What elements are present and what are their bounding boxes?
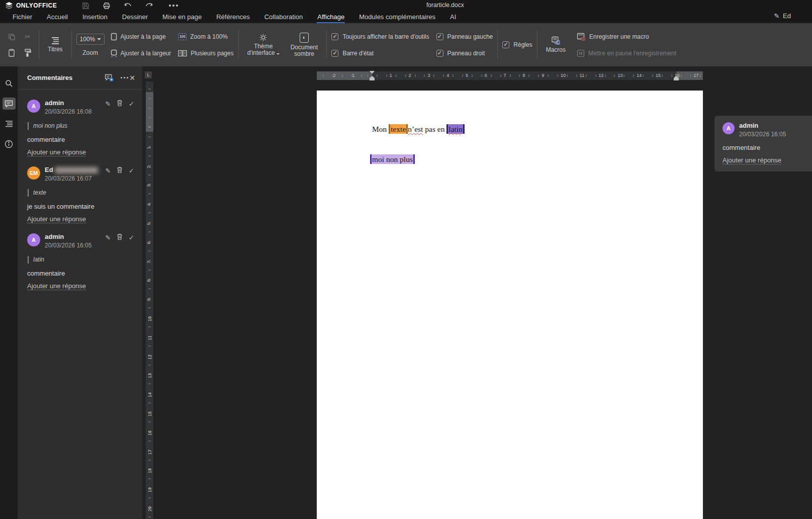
format-painter-icon[interactable]: [21, 46, 34, 59]
ruler-number: 11: [580, 73, 584, 78]
comments-panel-title: Commentaires: [27, 74, 105, 81]
fit-page-icon: [111, 33, 117, 41]
more-actions-icon[interactable]: [165, 2, 174, 10]
checkbox-icon: [331, 33, 338, 40]
document-page[interactable]: Mon texten’est pas en latin moi non plus: [317, 91, 703, 519]
tab-stop-selector[interactable]: L: [145, 71, 152, 78]
paste-icon[interactable]: [5, 46, 18, 59]
comment-item: A admin 20/03/2026 16:05 ✎ ✓: [18, 223, 142, 290]
redo-icon[interactable]: [144, 2, 153, 10]
tab-collaboration[interactable]: Collaboration: [264, 12, 304, 23]
checkbox-rulers[interactable]: Règles: [502, 39, 532, 51]
comment-quote: latin: [28, 256, 134, 264]
comment-author: Ed: [45, 166, 53, 174]
checkbox-icon: [436, 33, 443, 40]
ruler-number: 16: [147, 430, 152, 436]
copy-icon[interactable]: [5, 30, 18, 43]
ruler-number: 7: [504, 73, 506, 78]
tab-affichage[interactable]: Affichage: [317, 12, 345, 23]
fit-to-width-button[interactable]: Ajuster à la largeur: [111, 47, 171, 59]
tab-dessiner[interactable]: Dessiner: [122, 12, 148, 23]
dark-document-icon: ◐: [300, 33, 309, 43]
close-panel-icon[interactable]: ✕: [129, 74, 135, 82]
ruler-number: 15: [656, 73, 661, 78]
fit-to-page-button[interactable]: Ajuster à la page: [111, 31, 171, 43]
ruler-number: 1: [146, 146, 151, 149]
app-window: ONLYOFFICE: [0, 0, 812, 519]
right-indent-marker[interactable]: [674, 76, 679, 80]
interface-theme-button[interactable]: Thème d'interface: [243, 31, 284, 58]
chevron-down-icon: [97, 38, 101, 40]
cut-icon[interactable]: ✂: [21, 30, 34, 43]
checkbox-icon: [502, 41, 509, 48]
navigation-headings-icon[interactable]: [3, 118, 16, 130]
delete-comment-icon[interactable]: [117, 100, 123, 108]
edit-comment-icon[interactable]: ✎: [105, 234, 111, 241]
checkbox-always-show-toolbar[interactable]: Toujours afficher la barre d'outils: [331, 31, 429, 43]
about-info-icon[interactable]: [3, 138, 16, 150]
tab-ai[interactable]: AI: [449, 12, 457, 23]
ruler-number: 15: [147, 411, 152, 416]
macros-label: Macros: [546, 47, 566, 53]
checkbox-right-panel[interactable]: Panneau droit: [436, 47, 493, 59]
ruler-number: 18: [147, 468, 152, 473]
dark-document-button[interactable]: ◐ Document sombre: [287, 31, 322, 59]
macros-icon: [551, 36, 561, 45]
vertical-ruler[interactable]: 1234567891011121314151617181920: [146, 81, 153, 519]
theme-label-line2: d'interface: [247, 49, 275, 56]
fit-page-label: Ajuster à la page: [121, 33, 166, 40]
save-icon[interactable]: [81, 2, 90, 10]
popup-date: 20/03/2026 16:05: [739, 131, 786, 138]
comment-quote: moi non plus: [28, 122, 134, 130]
delete-comment-icon[interactable]: [117, 166, 123, 175]
add-reply-link[interactable]: Ajouter une réponse: [27, 215, 86, 223]
resolve-comment-icon[interactable]: ✓: [129, 167, 134, 175]
popup-add-reply-link[interactable]: Ajouter une réponse: [723, 156, 781, 164]
tab-insertion[interactable]: Insertion: [82, 12, 108, 23]
horizontal-ruler[interactable]: 211234567891011121314151617: [317, 71, 703, 80]
editing-pencil-icon: ✎: [774, 12, 779, 20]
tab-accueil[interactable]: Accueil: [46, 12, 68, 23]
multiple-pages-button[interactable]: Plusieurs pages: [178, 47, 233, 59]
comments-more-icon[interactable]: [121, 77, 122, 78]
tab-mise-en-page[interactable]: Mise en page: [162, 12, 202, 23]
rulers-label: Règles: [513, 41, 532, 48]
left-panel-label: Panneau gauche: [447, 33, 493, 40]
comments-panel: Commentaires ✕: [18, 66, 142, 519]
comment-text: commentaire: [27, 270, 134, 277]
zoom-100-icon: 100: [178, 33, 187, 40]
add-reply-link[interactable]: Ajouter une réponse: [27, 282, 86, 290]
print-icon[interactable]: [102, 2, 111, 10]
app-logo: ONLYOFFICE: [0, 2, 57, 10]
first-line-indent-marker[interactable]: [370, 71, 375, 74]
fit-width-label: Ajuster à la largeur: [121, 50, 171, 57]
macros-button[interactable]: Macros: [542, 34, 570, 55]
left-indent-marker[interactable]: [370, 76, 375, 80]
add-reply-link[interactable]: Ajouter une réponse: [27, 148, 86, 156]
top-bar: ONLYOFFICE: [0, 0, 812, 11]
resolve-comment-icon[interactable]: ✓: [129, 234, 134, 241]
checkbox-status-bar[interactable]: Barre d'état: [331, 47, 429, 59]
resolve-comment-icon[interactable]: ✓: [129, 100, 134, 108]
undo-icon[interactable]: [123, 2, 132, 10]
tab-fichier[interactable]: Fichier: [12, 12, 33, 23]
comments-panel-icon[interactable]: [3, 98, 16, 110]
zoom-dropdown[interactable]: 100%: [76, 34, 105, 45]
pause-recording-button[interactable]: Mettre en pause l'enregistrement: [577, 47, 676, 59]
tab-references[interactable]: Références: [216, 12, 250, 23]
checkbox-left-panel[interactable]: Panneau gauche: [436, 31, 493, 43]
avatar: A: [723, 122, 735, 134]
edit-comment-icon[interactable]: ✎: [105, 100, 111, 108]
ruler-number: 17: [694, 73, 699, 78]
headings-button[interactable]: Titres: [44, 35, 67, 55]
ruler-number: 13: [617, 73, 622, 78]
add-comment-icon[interactable]: [105, 74, 114, 82]
delete-comment-icon[interactable]: [117, 233, 123, 242]
zoom-100-button[interactable]: 100 Zoom à 100%: [178, 31, 233, 43]
search-icon[interactable]: [3, 77, 16, 90]
record-macro-button[interactable]: Enregistrer une macro: [577, 31, 676, 43]
tab-modules-complementaires[interactable]: Modules complémentaires: [358, 12, 436, 23]
edit-comment-icon[interactable]: ✎: [105, 167, 111, 175]
dark-doc-label-line2: sombre: [294, 50, 314, 57]
comment-item: A admin 20/03/2026 16:08 ✎ ✓: [18, 90, 142, 156]
